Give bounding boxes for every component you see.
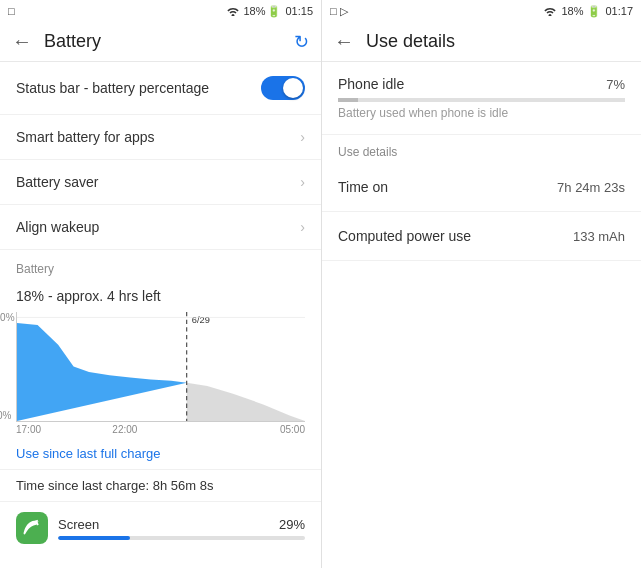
setting-label-align-wakeup: Align wakeup — [16, 219, 99, 235]
screen-progress-bar — [58, 536, 305, 540]
battery-info: 18% - approx. 4 hrs left — [0, 280, 321, 308]
svg-text:6/29: 6/29 — [192, 314, 210, 325]
right-time: 01:17 — [605, 5, 633, 17]
chevron-icon: › — [300, 129, 305, 145]
chart-svg: 6/29 — [17, 312, 305, 421]
time-on-label: Time on — [338, 179, 388, 195]
detail-row-header: Phone idle 7% — [338, 76, 625, 92]
status-bar-left: □ — [8, 5, 15, 17]
screen-usage-header: Screen 29% — [58, 517, 305, 532]
battery-chart: 100% 0% 6/29 17:00 22:00 05:00 — [0, 308, 321, 438]
chart-label-top: 100% — [0, 312, 15, 323]
screen-progress-fill — [58, 536, 130, 540]
status-bar-right: 18% 🔋 01:15 — [226, 4, 313, 18]
right-wifi-icon — [543, 4, 557, 18]
screen-usage-row: Screen 29% — [0, 501, 321, 554]
right-battery-text: 18% — [561, 5, 583, 17]
detail-row-time-on: Time on 7h 24m 23s — [322, 163, 641, 212]
right-panel: □ ▷ 18% 🔋 01:17 ← Use details Phone idle… — [322, 0, 641, 568]
chart-time-labels: 17:00 22:00 05:00 — [16, 422, 305, 435]
toggle-status-bar[interactable] — [261, 76, 305, 100]
screen-icon — [16, 512, 48, 544]
right-battery-icon: 🔋 — [587, 5, 601, 18]
notification-icon: □ — [8, 5, 15, 17]
right-status-right: 18% 🔋 01:17 — [543, 4, 633, 18]
right-status-bar: □ ▷ 18% 🔋 01:17 — [322, 0, 641, 22]
detail-row-computed-power: Computed power use 133 mAh — [322, 212, 641, 261]
chart-label-bottom: 0% — [0, 410, 11, 421]
page-title: Battery — [44, 31, 101, 52]
time-on-value: 7h 24m 23s — [557, 180, 625, 195]
svg-marker-1 — [187, 383, 305, 421]
phone-idle-bar — [338, 98, 625, 102]
phone-idle-subtext: Battery used when phone is idle — [338, 106, 625, 120]
right-status-left: □ ▷ — [330, 5, 348, 18]
setting-label-smart-battery: Smart battery for apps — [16, 129, 155, 145]
chevron-icon: › — [300, 219, 305, 235]
screen-usage-content: Screen 29% — [58, 517, 305, 540]
computed-power-value: 133 mAh — [573, 229, 625, 244]
use-since-link[interactable]: Use since last full charge — [0, 438, 321, 469]
chevron-icon: › — [300, 174, 305, 190]
left-status-bar: □ 18% 🔋 01:15 — [0, 0, 321, 22]
refresh-button[interactable]: ↻ — [294, 31, 309, 53]
svg-marker-0 — [17, 323, 187, 421]
battery-text: 18% — [243, 5, 265, 17]
setting-item-align-wakeup[interactable]: Align wakeup › — [0, 205, 321, 250]
use-details-section-label: Use details — [322, 135, 641, 163]
setting-item-smart-battery[interactable]: Smart battery for apps › — [0, 115, 321, 160]
setting-label-status-bar: Status bar - battery percentage — [16, 80, 209, 96]
right-page-title: Use details — [366, 31, 455, 52]
battery-icon: 🔋 — [267, 5, 281, 18]
time-display: 01:15 — [285, 5, 313, 17]
computed-power-label: Computed power use — [338, 228, 471, 244]
top-bar-left: ← Battery — [12, 30, 101, 53]
back-button[interactable]: ← — [12, 30, 32, 53]
detail-row-phone-idle: Phone idle 7% Battery used when phone is… — [322, 62, 641, 135]
time-label-4: 05:00 — [280, 424, 305, 435]
right-notif-icons: □ ▷ — [330, 5, 348, 17]
time-label-2: 22:00 — [112, 424, 137, 435]
right-top-bar: ← Use details — [322, 22, 641, 62]
time-since-charge: Time since last charge: 8h 56m 8s — [0, 469, 321, 501]
phone-idle-value: 7% — [606, 77, 625, 92]
right-back-button[interactable]: ← — [334, 30, 354, 53]
battery-section-label: Battery — [0, 250, 321, 280]
phone-idle-bar-fill — [338, 98, 358, 102]
chart-inner: 100% 0% 6/29 — [16, 312, 305, 422]
screen-label: Screen — [58, 517, 99, 532]
top-bar: ← Battery ↻ — [0, 22, 321, 62]
time-label-1: 17:00 — [16, 424, 41, 435]
setting-item-status-bar[interactable]: Status bar - battery percentage — [0, 62, 321, 115]
screen-percentage: 29% — [279, 517, 305, 532]
setting-label-battery-saver: Battery saver — [16, 174, 98, 190]
left-panel: □ 18% 🔋 01:15 ← Battery ↻ Status bar - b… — [0, 0, 322, 568]
wifi-icon — [226, 4, 240, 18]
setting-item-battery-saver[interactable]: Battery saver › — [0, 160, 321, 205]
phone-idle-label: Phone idle — [338, 76, 404, 92]
